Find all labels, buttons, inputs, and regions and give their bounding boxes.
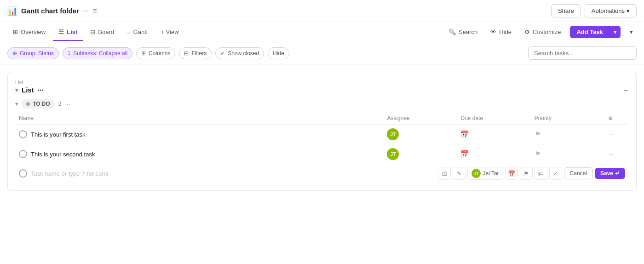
status-header: ▾ TO DO 2 ··· xyxy=(15,99,629,109)
task-row-dots-1[interactable]: ··· xyxy=(608,131,614,138)
task-table: Name Assignee Due date Priority ⊕ xyxy=(15,112,629,183)
list-collapse-icon[interactable]: ▾ xyxy=(15,87,18,93)
status-label: TO DO xyxy=(33,101,50,107)
search-button[interactable]: 🔍 Search xyxy=(445,26,481,38)
task-options-cell-1: ··· xyxy=(604,125,629,144)
status-more-icon[interactable]: ··· xyxy=(65,100,70,108)
new-task-due-date-btn[interactable]: 📅 xyxy=(505,167,518,180)
more-options-button[interactable]: ▾ xyxy=(626,26,637,38)
new-task-assignee-tag[interactable]: JT Jel Tar xyxy=(467,167,503,180)
folder-title: Gantt chart folder xyxy=(21,7,79,15)
new-task-actions: ⊡ ✎ JT Jel Tar 📅 ⚑ 🏷 xyxy=(438,167,625,180)
folder-options-dots[interactable]: ··· xyxy=(83,7,89,15)
add-task-button[interactable]: Add Task xyxy=(570,26,610,38)
tab-gantt[interactable]: ≡ Gantt xyxy=(121,24,153,41)
nav-tabs-left: ⊞ Overview ☰ List ⊟ Board ≡ Gantt + View xyxy=(7,24,184,40)
subtasks-chip[interactable]: ⤵ Subtasks: Collapse all xyxy=(63,47,132,59)
new-task-input[interactable] xyxy=(31,170,108,177)
add-column-icon[interactable]: ⊕ xyxy=(608,115,613,121)
filter-bar-left: ⊕ Group: Status ⤵ Subtasks: Collapse all… xyxy=(7,47,289,59)
show-closed-label: Show closed xyxy=(228,50,259,57)
new-task-input-wrap xyxy=(19,169,108,178)
layers-icon: ⊕ xyxy=(12,50,17,57)
hide-small-label: Hide xyxy=(273,50,284,57)
search-tasks-input[interactable] xyxy=(528,46,637,60)
list-title-text: List xyxy=(22,86,34,94)
new-task-assignee-label: Jel Tar xyxy=(483,170,499,177)
share-button[interactable]: Share xyxy=(551,4,581,17)
customize-button[interactable]: ⚙ Customize xyxy=(521,26,564,38)
due-date-icon-2[interactable]: 📅 xyxy=(460,150,469,158)
status-group: ▾ TO DO 2 ··· Name Assignee Due date xyxy=(15,99,629,183)
tab-overview-label: Overview xyxy=(21,29,46,35)
columns-chip[interactable]: ⊞ Columns xyxy=(136,47,175,59)
task-status-circle-1[interactable] xyxy=(19,130,27,138)
new-task-edit-btn[interactable]: ✓ xyxy=(549,167,562,180)
add-view-label: + View xyxy=(161,29,178,35)
new-task-assignee-avatar: JT xyxy=(472,169,481,178)
status-badge[interactable]: TO DO xyxy=(22,99,55,109)
gantt-icon: ≡ xyxy=(127,29,131,35)
task-status-circle-2[interactable] xyxy=(19,150,27,158)
table-row: This is your first task JT 📅 ⚑ xyxy=(15,125,629,144)
new-task-priority-btn[interactable]: ⚑ xyxy=(520,167,533,180)
add-view-tab[interactable]: + View xyxy=(155,24,184,41)
new-task-circle xyxy=(19,169,27,178)
nav-tabs: ⊞ Overview ☰ List ⊟ Board ≡ Gantt + View… xyxy=(0,22,644,42)
priority-flag-icon-2[interactable]: ⚑ xyxy=(535,150,540,158)
task-row-dots-2[interactable]: ··· xyxy=(608,150,614,158)
add-task-dropdown-button[interactable]: ▾ xyxy=(610,26,621,38)
hide-chip[interactable]: Hide xyxy=(268,47,289,59)
list-icon: ☰ xyxy=(58,29,64,35)
top-bar-left: 📊 Gantt chart folder ··· ≡ xyxy=(7,6,97,16)
show-closed-chip[interactable]: ✓ Show closed xyxy=(215,47,264,59)
customize-icon: ⚙ xyxy=(524,29,530,35)
list-title-dots[interactable]: ··· xyxy=(38,86,44,94)
col-due-date: Due date xyxy=(457,112,530,125)
tab-gantt-label: Gantt xyxy=(133,29,148,35)
tab-overview[interactable]: ⊞ Overview xyxy=(7,24,51,41)
new-task-action-2[interactable]: ✎ xyxy=(453,167,466,180)
status-collapse-icon[interactable]: ▾ xyxy=(15,101,18,107)
assignee-avatar-2[interactable]: JT xyxy=(387,148,399,160)
list-container: List ▾ List ··· ⊢ ▾ TO DO xyxy=(7,72,637,191)
columns-label: Columns xyxy=(149,50,170,57)
group-status-label: Group: Status xyxy=(20,50,54,57)
tab-board-label: Board xyxy=(98,29,114,35)
top-bar: 📊 Gantt chart folder ··· ≡ Share Automat… xyxy=(0,0,644,22)
list-title: ▾ List ··· xyxy=(15,86,43,94)
priority-flag-icon-1[interactable]: ⚑ xyxy=(535,130,540,138)
automations-button[interactable]: Automations ▾ xyxy=(585,4,637,17)
filters-chip[interactable]: ⊟ Filters xyxy=(179,47,212,59)
task-name-cell-1: This is your first task xyxy=(15,125,383,144)
filter-icon: ⊟ xyxy=(184,50,189,57)
new-task-tag-btn[interactable]: 🏷 xyxy=(535,167,547,180)
save-enter-icon: ↵ xyxy=(615,170,620,177)
task-name-text-1: This is your first task xyxy=(31,131,85,138)
list-label: List xyxy=(15,80,629,85)
check-circle-icon: ✓ xyxy=(220,50,225,57)
due-date-icon-1[interactable]: 📅 xyxy=(460,130,469,138)
tab-board[interactable]: ⊟ Board xyxy=(85,24,120,41)
col-add[interactable]: ⊕ xyxy=(604,112,629,125)
assignee-avatar-1[interactable]: JT xyxy=(387,128,399,140)
cancel-button[interactable]: Cancel xyxy=(564,167,593,179)
task-options-cell-2: ··· xyxy=(604,144,629,164)
task-assignee-cell-2: JT xyxy=(383,144,457,164)
new-task-row: ⊡ ✎ JT Jel Tar 📅 ⚑ 🏷 xyxy=(15,164,629,183)
filter-bar: ⊕ Group: Status ⤵ Subtasks: Collapse all… xyxy=(0,42,644,64)
tab-list[interactable]: ☰ List xyxy=(53,24,83,41)
save-button[interactable]: Save ↵ xyxy=(595,168,625,179)
group-status-chip[interactable]: ⊕ Group: Status xyxy=(7,47,59,59)
automations-label: Automations xyxy=(592,7,625,14)
hide-button[interactable]: 👁 Hide xyxy=(487,26,515,38)
sidebar-collapse-button[interactable]: ⊢ xyxy=(623,86,629,94)
status-count: 2 xyxy=(58,101,62,107)
filters-label: Filters xyxy=(191,50,207,57)
save-label: Save xyxy=(600,170,613,177)
hamburger-icon[interactable]: ≡ xyxy=(92,7,97,15)
task-name-text-2: This is your second task xyxy=(31,151,95,158)
tab-list-label: List xyxy=(67,29,77,35)
new-task-action-1[interactable]: ⊡ xyxy=(438,167,451,180)
hide-icon: 👁 xyxy=(490,29,496,35)
